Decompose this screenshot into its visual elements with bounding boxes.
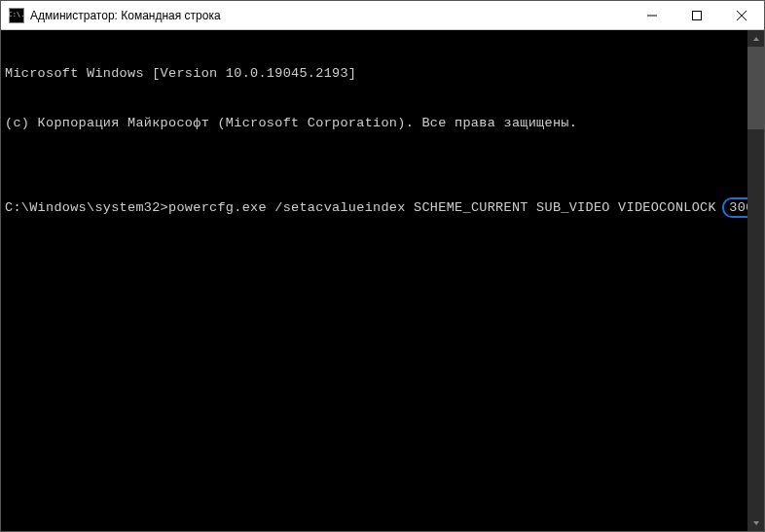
command-prompt-window: C:\. Администратор: Командная строка Mic… <box>0 0 765 532</box>
copyright-line: (c) Корпорация Майкрософт (Microsoft Cor… <box>5 115 744 131</box>
scrollbar-thumb[interactable] <box>747 47 764 129</box>
console-area: Microsoft Windows [Version 10.0.19045.21… <box>1 30 764 531</box>
titlebar[interactable]: C:\. Администратор: Командная строка <box>1 1 764 30</box>
prompt-line: C:\Windows\system32>powercfg.exe /setacv… <box>5 197 744 218</box>
svg-rect-1 <box>693 11 702 19</box>
scrollbar-down-button[interactable] <box>747 514 764 531</box>
close-button[interactable] <box>719 1 764 29</box>
version-line: Microsoft Windows [Version 10.0.19045.21… <box>5 65 744 82</box>
command-text: powercfg.exe /setacvalueindex SCHEME_CUR… <box>168 200 716 215</box>
console-output[interactable]: Microsoft Windows [Version 10.0.19045.21… <box>1 30 747 531</box>
minimize-button[interactable] <box>630 1 674 29</box>
maximize-button[interactable] <box>674 1 719 29</box>
app-icon-text: C:\. <box>9 12 25 18</box>
window-title: Администратор: Командная строка <box>30 9 630 22</box>
vertical-scrollbar[interactable] <box>747 30 764 531</box>
titlebar-buttons <box>630 1 764 29</box>
prompt-text: C:\Windows\system32> <box>5 200 168 215</box>
highlighted-argument: 300 <box>722 197 747 218</box>
app-icon: C:\. <box>9 8 24 23</box>
scrollbar-up-button[interactable] <box>747 30 764 47</box>
